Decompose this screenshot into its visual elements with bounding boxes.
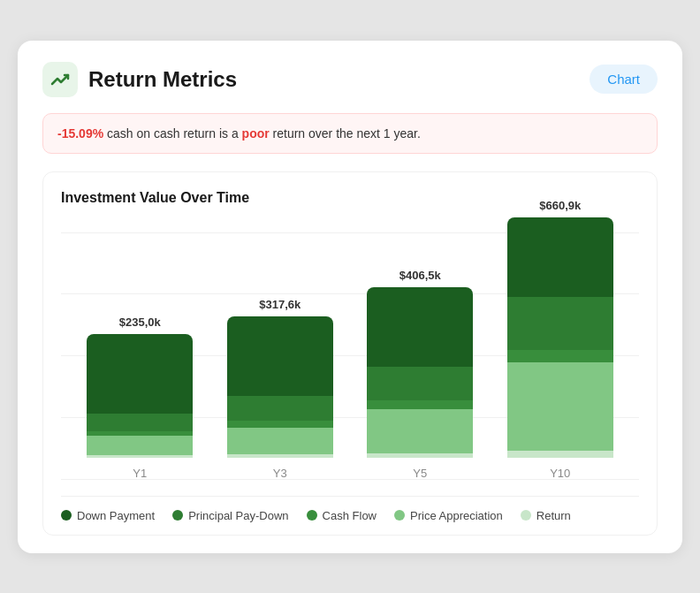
segment-down-payment <box>367 287 473 367</box>
segment-principal <box>367 367 473 400</box>
bar-top-label-0: $235,0k <box>119 316 161 329</box>
legend-item-0: Down Payment <box>61 509 155 522</box>
bar-x-label-1: Y3 <box>273 467 287 480</box>
segment-return <box>367 453 473 458</box>
segment-principal <box>227 396 333 421</box>
bar-stack-2 <box>367 287 473 458</box>
segment-price-appreciation <box>367 409 473 453</box>
segment-down-payment <box>507 217 613 297</box>
bar-top-label-3: $660,9k <box>539 199 581 212</box>
legend-label-1: Principal Pay-Down <box>188 509 288 522</box>
bar-group-y10: $660,9kY10 <box>507 199 613 480</box>
bar-stack-3 <box>507 217 613 458</box>
page-title: Return Metrics <box>88 67 237 92</box>
alert-message-after: return over the next 1 year. <box>270 126 421 141</box>
alert-message-before: cash on cash return is a <box>103 126 241 141</box>
legend-dot-4 <box>521 510 531 521</box>
legend-item-3: Price Appreciation <box>394 509 503 522</box>
segment-cash-flow <box>507 350 613 362</box>
bar-stack-1 <box>227 316 333 458</box>
alert-box: -15.09% cash on cash return is a poor re… <box>42 113 658 154</box>
header-left: Return Metrics <box>42 62 237 97</box>
legend-label-2: Cash Flow <box>323 509 377 522</box>
bar-stack-0 <box>87 334 193 458</box>
segment-return <box>227 454 333 458</box>
legend-item-1: Principal Pay-Down <box>172 509 288 522</box>
bars-wrapper: $235,0kY1$317,6kY3$406,5kY5$660,9kY10 <box>70 259 630 480</box>
legend-dot-3 <box>394 510 405 521</box>
legend-dot-2 <box>307 510 317 521</box>
segment-return <box>87 455 193 458</box>
segment-cash-flow <box>367 400 473 409</box>
segment-principal <box>87 414 193 431</box>
chart-area: $235,0kY1$317,6kY3$406,5kY5$660,9kY10 <box>61 232 639 480</box>
negative-value: -15.09% <box>57 126 103 141</box>
segment-down-payment <box>227 316 333 396</box>
segment-down-payment <box>87 334 193 414</box>
legend-label-3: Price Appreciation <box>410 509 503 522</box>
segment-price-appreciation <box>507 362 613 451</box>
bar-group-y1: $235,0kY1 <box>87 316 193 480</box>
bar-top-label-1: $317,6k <box>259 298 301 311</box>
poor-label: poor <box>242 126 270 141</box>
bar-group-y5: $406,5kY5 <box>367 269 473 480</box>
chart-container: Investment Value Over Time $235,0kY1$317… <box>42 171 658 536</box>
segment-return <box>507 451 613 458</box>
bar-group-y3: $317,6kY3 <box>227 298 333 480</box>
return-metrics-card: Return Metrics Chart -15.09% cash on cas… <box>18 41 682 553</box>
bar-x-label-2: Y5 <box>413 467 427 480</box>
segment-price-appreciation <box>227 428 333 454</box>
legend-dot-0 <box>61 510 72 521</box>
legend-dot-1 <box>172 510 183 521</box>
return-metrics-icon <box>42 62 78 97</box>
bar-x-label-3: Y10 <box>550 467 570 480</box>
segment-cash-flow <box>227 421 333 428</box>
legend-label-4: Return <box>536 509 571 522</box>
chart-button[interactable]: Chart <box>590 65 658 94</box>
card-header: Return Metrics Chart <box>42 62 658 97</box>
legend-item-4: Return <box>521 509 571 522</box>
segment-principal <box>507 297 613 350</box>
bar-top-label-2: $406,5k <box>399 269 441 282</box>
legend-item-2: Cash Flow <box>307 509 377 522</box>
bar-x-label-0: Y1 <box>133 467 147 480</box>
legend: Down PaymentPrincipal Pay-DownCash FlowP… <box>61 496 639 522</box>
legend-label-0: Down Payment <box>77 509 155 522</box>
segment-price-appreciation <box>87 436 193 455</box>
